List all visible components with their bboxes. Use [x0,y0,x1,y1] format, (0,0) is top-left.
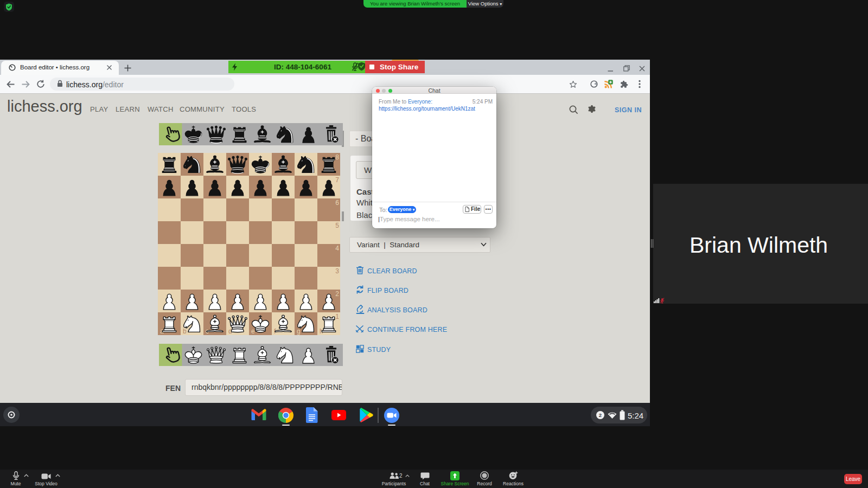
svg-text:b: b [183,328,187,335]
svg-text:7: 7 [335,176,339,184]
svg-text:4: 4 [335,245,339,252]
svg-text:8: 8 [335,153,339,161]
svg-text:2: 2 [335,290,339,298]
svg-text:5: 5 [335,222,339,229]
svg-text:3: 3 [335,267,339,275]
svg-text:e: e [251,328,255,335]
svg-text:g: g [297,328,301,335]
svg-text:6: 6 [335,199,339,207]
svg-text:1: 1 [335,313,339,320]
